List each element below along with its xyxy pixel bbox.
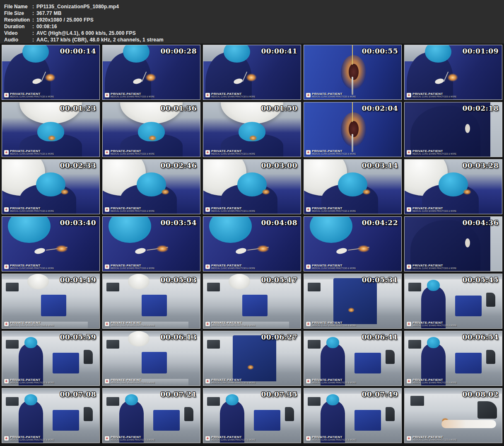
video-thumbnail: + PRIVATE-PATIENT MEDICAL CLINIC EXAMS P… bbox=[304, 102, 402, 157]
watermark: + PRIVATE-PATIENT MEDICAL CLINIC EXAMS P… bbox=[4, 264, 54, 270]
drape-shape bbox=[254, 410, 280, 431]
watermark-subtext: MEDICAL CLINIC EXAMS PRACTICES & MORE bbox=[10, 439, 54, 441]
watermark-brand: PRIVATE-PATIENT bbox=[211, 207, 255, 210]
meta-value-filesize: 367.77 MB bbox=[36, 10, 62, 16]
watermark-subtext: MEDICAL CLINIC EXAMS PRACTICES & MORE bbox=[111, 325, 154, 327]
timestamp-overlay: 00:05:31 bbox=[362, 276, 398, 284]
timestamp-overlay: 00:01:36 bbox=[160, 104, 197, 112]
watermark-subtext: MEDICAL CLINIC EXAMS PRACTICES & MORE bbox=[312, 96, 356, 98]
instrument-shape bbox=[184, 407, 193, 421]
watermark: + PRIVATE-PATIENT MEDICAL CLINIC EXAMS P… bbox=[306, 378, 356, 384]
watermark: + PRIVATE-PATIENT MEDICAL CLINIC EXAMS P… bbox=[205, 321, 255, 327]
red-cross-icon: + bbox=[407, 322, 411, 326]
watermark-brand: PRIVATE-PATIENT bbox=[211, 264, 255, 267]
watermark: + PRIVATE-PATIENT MEDICAL CLINIC EXAMS P… bbox=[4, 436, 54, 441]
meta-separator: : bbox=[32, 10, 36, 17]
red-cross-icon: + bbox=[205, 322, 210, 326]
video-thumbnail: + PRIVATE-PATIENT MEDICAL CLINIC EXAMS P… bbox=[203, 274, 301, 329]
video-thumbnail: + PRIVATE-PATIENT MEDICAL CLINIC EXAMS P… bbox=[2, 216, 100, 271]
surgical-cap-shape bbox=[24, 337, 37, 348]
timestamp-overlay: 00:03:28 bbox=[462, 161, 499, 170]
watermark-subtext: MEDICAL CLINIC EXAMS PRACTICES & MORE bbox=[111, 268, 154, 270]
drape-shape bbox=[53, 353, 79, 373]
surgeon-figure-shape bbox=[349, 64, 359, 80]
glow-spot-shape bbox=[249, 135, 257, 141]
surgical-cap-shape bbox=[109, 217, 151, 243]
watermark-brand: PRIVATE-PATIENT bbox=[412, 264, 456, 267]
watermark-subtext: MEDICAL CLINIC EXAMS PRACTICES & MORE bbox=[10, 268, 54, 270]
watermark-subtext: MEDICAL CLINIC EXAMS PRACTICES & MORE bbox=[211, 439, 255, 441]
watermark-brand: PRIVATE-PATIENT bbox=[10, 321, 54, 325]
equipment-shape bbox=[6, 283, 19, 291]
meta-separator: : bbox=[32, 36, 36, 43]
timestamp-overlay: 00:08:02 bbox=[462, 390, 499, 398]
watermark: + PRIVATE-PATIENT MEDICAL CLINIC EXAMS P… bbox=[105, 378, 154, 384]
meta-label: Resolution bbox=[4, 17, 32, 23]
equipment-shape bbox=[408, 283, 421, 291]
timestamp-overlay: 00:07:35 bbox=[261, 390, 297, 398]
watermark-subtext: MEDICAL CLINIC EXAMS PRACTICES & MORE bbox=[111, 96, 154, 98]
surgical-cap-shape bbox=[226, 394, 239, 405]
meta-value-audio: AAC, 317 kb/s (CBR), 48.0 kHz, 2 channel… bbox=[36, 37, 164, 43]
meta-row-filename: File Name:PP1135_ConizationP5_1080p.mp4 bbox=[4, 3, 504, 10]
watermark-subtext: MEDICAL CLINIC EXAMS PRACTICES & MORE bbox=[312, 211, 356, 213]
red-cross-icon: + bbox=[4, 436, 9, 441]
watermark-subtext: MEDICAL CLINIC EXAMS PRACTICES & MORE bbox=[111, 153, 154, 155]
instrument-shape bbox=[486, 293, 495, 307]
drape-shape bbox=[233, 335, 277, 381]
video-thumbnail: + PRIVATE-PATIENT MEDICAL CLINIC EXAMS P… bbox=[2, 102, 100, 157]
red-cross-icon: + bbox=[105, 150, 109, 155]
watermark: + PRIVATE-PATIENT MEDICAL CLINIC EXAMS P… bbox=[205, 92, 255, 98]
watermark: + PRIVATE-PATIENT MEDICAL CLINIC EXAMS P… bbox=[205, 378, 255, 384]
watermark-subtext: MEDICAL CLINIC EXAMS PRACTICES & MORE bbox=[312, 153, 356, 155]
video-thumbnail: + PRIVATE-PATIENT MEDICAL CLINIC EXAMS P… bbox=[102, 102, 200, 157]
drape-shape bbox=[41, 295, 66, 316]
red-cross-icon: + bbox=[407, 379, 411, 383]
video-thumbnail: + PRIVATE-PATIENT MEDICAL CLINIC EXAMS P… bbox=[102, 216, 200, 271]
timestamp-overlay: 00:02:04 bbox=[362, 104, 398, 112]
red-cross-icon: + bbox=[4, 150, 9, 155]
timestamp-overlay: 00:04:08 bbox=[261, 218, 297, 227]
watermark-brand: PRIVATE-PATIENT bbox=[111, 92, 154, 96]
video-thumbnail: + PRIVATE-PATIENT MEDICAL CLINIC EXAMS P… bbox=[304, 274, 402, 329]
watermark-subtext: MEDICAL CLINIC EXAMS PRACTICES & MORE bbox=[211, 382, 255, 384]
glove-shape bbox=[465, 124, 470, 133]
meta-label: Video bbox=[4, 30, 32, 36]
watermark: + PRIVATE-PATIENT MEDICAL CLINIC EXAMS P… bbox=[205, 150, 255, 155]
watermark: + PRIVATE-PATIENT MEDICAL CLINIC EXAMS P… bbox=[407, 378, 456, 384]
timestamp-overlay: 00:06:13 bbox=[160, 333, 197, 341]
red-cross-icon: + bbox=[407, 93, 411, 97]
video-thumbnail: + PRIVATE-PATIENT MEDICAL CLINIC EXAMS P… bbox=[404, 102, 502, 157]
surgical-lamp-shape bbox=[128, 331, 150, 347]
watermark: + PRIVATE-PATIENT MEDICAL CLINIC EXAMS P… bbox=[205, 207, 255, 213]
equipment-shape bbox=[106, 283, 119, 291]
instrument-shape bbox=[386, 407, 394, 421]
watermark-brand: PRIVATE-PATIENT bbox=[111, 436, 154, 439]
timestamp-overlay: 00:05:17 bbox=[261, 276, 297, 284]
thumbnail-grid: + PRIVATE-PATIENT MEDICAL CLINIC EXAMS P… bbox=[0, 44, 504, 446]
red-cross-icon: + bbox=[306, 150, 311, 155]
watermark: + PRIVATE-PATIENT MEDICAL CLINIC EXAMS P… bbox=[306, 150, 356, 155]
timestamp-overlay: 00:07:49 bbox=[362, 390, 398, 398]
glow-spot-shape bbox=[148, 135, 157, 141]
watermark-subtext: MEDICAL CLINIC EXAMS PRACTICES & MORE bbox=[412, 268, 456, 270]
watermark: + PRIVATE-PATIENT MEDICAL CLINIC EXAMS P… bbox=[407, 207, 456, 213]
watermark-subtext: MEDICAL CLINIC EXAMS PRACTICES & MORE bbox=[211, 325, 255, 327]
watermark-subtext: MEDICAL CLINIC EXAMS PRACTICES & MORE bbox=[10, 211, 54, 213]
video-thumbnail: + PRIVATE-PATIENT MEDICAL CLINIC EXAMS P… bbox=[2, 274, 100, 329]
drape-shape bbox=[153, 410, 179, 431]
timestamp-overlay: 00:02:46 bbox=[160, 161, 197, 170]
red-cross-icon: + bbox=[105, 436, 109, 441]
red-cross-icon: + bbox=[4, 379, 9, 383]
watermark: + PRIVATE-PATIENT MEDICAL CLINIC EXAMS P… bbox=[407, 436, 456, 441]
video-thumbnail: + PRIVATE-PATIENT MEDICAL CLINIC EXAMS P… bbox=[304, 45, 402, 100]
glow-spot-shape bbox=[463, 189, 471, 195]
glow-spot-shape bbox=[145, 73, 156, 82]
red-cross-icon: + bbox=[105, 93, 109, 97]
surgical-cap-shape bbox=[326, 337, 339, 348]
watermark: + PRIVATE-PATIENT MEDICAL CLINIC EXAMS P… bbox=[306, 92, 356, 98]
video-thumbnail: + PRIVATE-PATIENT MEDICAL CLINIC EXAMS P… bbox=[102, 159, 200, 214]
watermark-subtext: MEDICAL CLINIC EXAMS PRACTICES & MORE bbox=[211, 96, 255, 98]
watermark: + PRIVATE-PATIENT MEDICAL CLINIC EXAMS P… bbox=[105, 321, 154, 327]
red-cross-icon: + bbox=[306, 93, 311, 97]
